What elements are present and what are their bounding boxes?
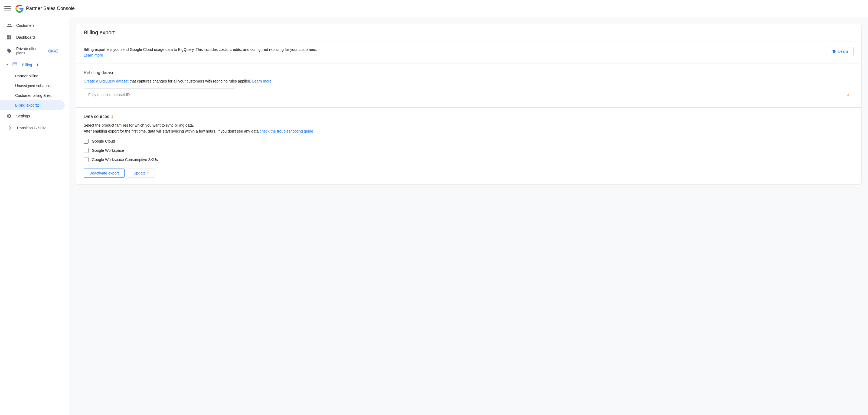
tag-icon	[6, 48, 12, 54]
card-header: Billing export	[76, 24, 861, 41]
page-title: Billing export	[84, 30, 854, 36]
description-learn-more-link[interactable]: Learn more	[84, 53, 103, 57]
action-buttons: Deactivate export Update 5	[84, 169, 854, 178]
sidebar-item-private-offer-plans[interactable]: Private offer plans NEW	[0, 43, 65, 59]
sidebar-item-dashboard-label: Dashboard	[16, 35, 35, 39]
card-description-section: Billing export lets you send Google Clou…	[76, 41, 861, 64]
topbar-logo: Partner Sales Console	[15, 4, 75, 13]
sidebar-item-transition-gsuite-label: Transition G Suite	[16, 126, 46, 130]
dataset-id-input[interactable]	[84, 89, 235, 101]
people-icon	[6, 23, 12, 28]
google-workspace-checkbox[interactable]	[84, 148, 89, 153]
billing-export-badge: 2	[37, 103, 39, 107]
sidebar-item-billing-export[interactable]: Billing export 2	[0, 100, 65, 110]
sidebar-item-transition-gsuite[interactable]: Transition G Suite	[0, 122, 65, 134]
billing-export-description: Billing export lets you send Google Clou…	[84, 47, 327, 58]
troubleshoot-link[interactable]: check the troubleshooting guide	[260, 129, 313, 133]
sidebar-item-unassigned-subaccounts[interactable]: Unassigned subaccou...	[0, 81, 65, 91]
google-workspace-label: Google Workspace	[92, 148, 124, 152]
settings-icon	[6, 113, 12, 119]
dashboard-icon	[6, 35, 12, 40]
billing-badge: 1	[36, 63, 38, 67]
input-badge: 3	[847, 93, 849, 97]
sidebar-item-customer-billing-label: Customer billing & rep...	[15, 93, 56, 98]
sidebar-item-customers-label: Customers	[16, 23, 35, 28]
new-badge: NEW	[48, 49, 58, 53]
sidebar-item-private-offer-label: Private offer plans	[16, 46, 43, 55]
credit-card-icon	[12, 62, 18, 68]
update-button[interactable]: Update 5	[128, 169, 155, 178]
checkbox-group: Google Cloud Google Workspace Google Wor…	[84, 139, 854, 162]
google-cloud-checkbox[interactable]	[84, 139, 89, 144]
deactivate-export-button[interactable]: Deactivate export	[84, 169, 125, 178]
datasources-section: Data sources 4 Select the product famili…	[76, 108, 861, 184]
app-title: Partner Sales Console	[26, 6, 75, 11]
datasources-description: Select the product families for which yo…	[84, 122, 854, 134]
arrow-right-icon	[6, 125, 12, 131]
layout: Customers Dashboard Private offer plans …	[0, 17, 868, 415]
create-bigquery-link[interactable]: Create a BigQuery dataset	[84, 79, 129, 83]
google-workspace-consumptive-label: Google Workspace Consumptive SKUs	[92, 158, 158, 162]
rebilling-learn-more-link[interactable]: Learn more	[252, 79, 272, 83]
rebilling-title: Rebilling dataset	[84, 70, 854, 75]
sidebar-item-partner-billing-label: Partner billing	[15, 74, 38, 78]
rebilling-section: Rebilling dataset Create a BigQuery data…	[76, 64, 861, 108]
sidebar-item-customer-billing[interactable]: Customer billing & rep...	[0, 91, 65, 100]
sidebar-item-settings[interactable]: Settings	[0, 110, 65, 122]
google-workspace-consumptive-checkbox[interactable]	[84, 157, 89, 162]
checkbox-google-workspace[interactable]: Google Workspace	[84, 148, 854, 153]
sidebar-item-settings-label: Settings	[16, 114, 30, 118]
sidebar: Customers Dashboard Private offer plans …	[0, 17, 69, 415]
dataset-input-wrapper: 3	[84, 89, 854, 101]
google-logo-icon	[15, 4, 24, 13]
sidebar-item-unassigned-label: Unassigned subaccou...	[15, 83, 56, 88]
sidebar-item-billing-label: Billing	[22, 63, 32, 67]
topbar: Partner Sales Console	[0, 0, 868, 17]
menu-icon[interactable]	[4, 5, 11, 12]
rebilling-description: Create a BigQuery dataset that captures …	[84, 78, 854, 84]
school-icon	[832, 49, 836, 54]
learn-button[interactable]: Learn	[826, 47, 854, 56]
update-badge: 5	[147, 171, 149, 175]
chevron-down-icon: ▾	[6, 63, 8, 66]
datasources-badge: 4	[111, 115, 113, 119]
sidebar-item-dashboard[interactable]: Dashboard	[0, 31, 65, 43]
sidebar-item-billing[interactable]: ▾ Billing 1	[0, 59, 69, 71]
google-cloud-label: Google Cloud	[92, 139, 115, 143]
sidebar-item-customers[interactable]: Customers	[0, 20, 65, 31]
sidebar-item-billing-export-label: Billing export	[15, 103, 37, 107]
main-content: Billing export Billing export lets you s…	[69, 17, 868, 415]
sidebar-item-partner-billing[interactable]: Partner billing	[0, 71, 65, 81]
checkbox-google-workspace-consumptive[interactable]: Google Workspace Consumptive SKUs	[84, 157, 854, 162]
checkbox-google-cloud[interactable]: Google Cloud	[84, 139, 854, 144]
datasources-title: Data sources 4	[84, 114, 854, 119]
billing-export-card: Billing export Billing export lets you s…	[76, 24, 862, 184]
